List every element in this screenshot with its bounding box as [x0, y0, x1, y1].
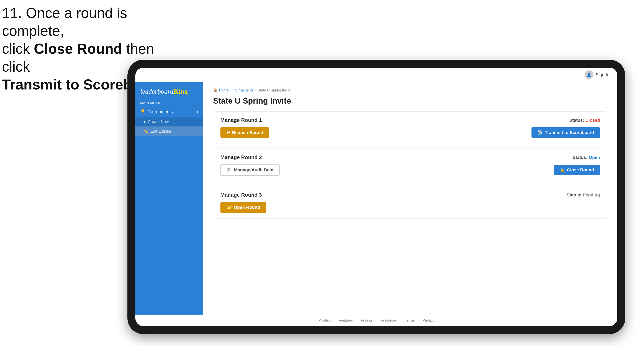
sidebar-item-tournaments[interactable]: 🏆 Tournaments ▾	[136, 106, 203, 117]
main-menu-label: MAIN MENU	[136, 99, 203, 106]
transmit-scoreboard-button[interactable]: 📡 Transmit to Scoreboard	[532, 127, 600, 138]
tablet-screen: 👤 Sign In leaderboardKing MAIN MENU 🏆	[136, 68, 617, 326]
top-bar: 👤 Sign In	[136, 68, 617, 82]
footer-product[interactable]: Product	[318, 318, 331, 323]
home-icon: 🏠	[213, 88, 218, 92]
edit-icon: ✏️	[144, 129, 148, 134]
lock-icon: 🔒	[560, 168, 565, 173]
sign-in-area[interactable]: 👤 Sign In	[585, 70, 610, 79]
create-new-label: Create New	[148, 120, 169, 124]
open-round-button[interactable]: 📂 Open Round	[220, 202, 266, 213]
logo-king: King	[174, 88, 188, 95]
sidebar: leaderboardKing MAIN MENU 🏆 Tournaments …	[136, 82, 203, 315]
edit-existing-label: Edit Existing	[150, 129, 172, 134]
reopen-icon: ↩	[226, 130, 230, 135]
logo-leaderboard: leaderboard	[140, 88, 174, 95]
manage-icon: 📋	[226, 168, 232, 173]
round-2-title: Manage Round 2	[220, 154, 262, 161]
breadcrumb-current: State U Spring Invite	[258, 88, 290, 92]
main-area: leaderboardKing MAIN MENU 🏆 Tournaments …	[136, 82, 617, 315]
reopen-round-button[interactable]: ↩ Reopen Round	[220, 127, 269, 138]
reopen-round-label: Reopen Round	[232, 130, 263, 135]
logo: leaderboardKing	[140, 88, 198, 95]
footer-features[interactable]: Features	[339, 318, 353, 323]
round-2-status: Status: Open	[573, 155, 600, 160]
footer-terms[interactable]: Terms	[405, 318, 414, 323]
breadcrumb-sep2: /	[255, 88, 256, 92]
open-icon: 📂	[226, 205, 232, 210]
round-1-actions: ↩ Reopen Round 📡 Transmit to Scoreboard	[220, 127, 600, 138]
plus-icon: +	[144, 120, 146, 124]
manage-audit-button[interactable]: 📋 Manage/Audit Data	[220, 165, 280, 175]
round-2-status-value: Open	[589, 155, 600, 160]
sidebar-item-edit-existing[interactable]: ✏️ Edit Existing	[136, 127, 203, 136]
status-3-label-text: Status:	[567, 192, 582, 197]
app-container: 👤 Sign In leaderboardKing MAIN MENU 🏆	[136, 68, 617, 326]
footer-privacy[interactable]: Privacy	[422, 318, 434, 323]
breadcrumb-tournaments[interactable]: Tournaments	[233, 88, 254, 92]
round-1-section: Manage Round 1 Status: Closed ↩ Reopen R…	[213, 111, 607, 144]
logo-area: leaderboardKing	[136, 82, 203, 99]
open-round-label: Open Round	[234, 205, 260, 210]
round-2-section: Manage Round 2 Status: Open 📋 Manage/Aud…	[213, 149, 607, 181]
chevron-down-icon: ▾	[196, 110, 198, 114]
status-label-text: Status:	[569, 118, 584, 123]
close-round-label: Close Round	[567, 168, 594, 173]
breadcrumb-home[interactable]: Home	[219, 88, 228, 92]
round-2-header: Manage Round 2 Status: Open	[220, 154, 600, 161]
footer-resources[interactable]: Resources	[380, 318, 397, 323]
avatar: 👤	[585, 70, 594, 79]
content-area: 🏠 Home / Tournaments / State U Spring In…	[203, 82, 617, 315]
footer-pricing[interactable]: Pricing	[361, 318, 372, 323]
round-3-status: Status: Pending	[567, 192, 600, 198]
round-3-section: Manage Round 3 Status: Pending 📂 Open Ro…	[213, 186, 607, 218]
round-1-status: Status: Closed	[569, 118, 600, 123]
tablet-frame: 👤 Sign In leaderboardKing MAIN MENU 🏆	[128, 60, 625, 334]
instruction-bold1: Close Round	[34, 41, 122, 57]
transmit-scoreboard-label: Transmit to Scoreboard	[545, 130, 594, 135]
page-title: State U Spring Invite	[213, 96, 607, 105]
round-3-status-value: Pending	[583, 192, 600, 197]
round-2-actions: 📋 Manage/Audit Data 🔒 Close Round	[220, 165, 600, 175]
sidebar-submenu: + Create New ✏️ Edit Existing	[136, 117, 203, 136]
breadcrumb: 🏠 Home / Tournaments / State U Spring In…	[213, 88, 607, 92]
instruction-line2: click	[2, 41, 34, 57]
close-round-button[interactable]: 🔒 Close Round	[554, 165, 600, 175]
round-1-title: Manage Round 1	[220, 117, 262, 123]
round-3-header: Manage Round 3 Status: Pending	[220, 192, 600, 198]
status-2-label-text: Status:	[573, 155, 588, 160]
round-3-title: Manage Round 3	[220, 192, 262, 198]
tournaments-icon: 🏆	[140, 109, 146, 114]
manage-audit-label: Manage/Audit Data	[234, 168, 274, 173]
instruction-line1: 11. Once a round is complete,	[2, 5, 127, 39]
footer: Product Features Pricing Resources Terms…	[136, 315, 617, 326]
sign-in-label[interactable]: Sign In	[596, 72, 610, 77]
transmit-icon: 📡	[538, 130, 543, 135]
round-1-header: Manage Round 1 Status: Closed	[220, 117, 600, 123]
breadcrumb-sep1: /	[230, 88, 231, 92]
sidebar-tournaments-label: Tournaments	[148, 109, 173, 114]
round-3-actions: 📂 Open Round	[220, 202, 600, 213]
sidebar-item-create-new[interactable]: + Create New	[136, 117, 203, 127]
round-1-status-value: Closed	[586, 118, 600, 123]
